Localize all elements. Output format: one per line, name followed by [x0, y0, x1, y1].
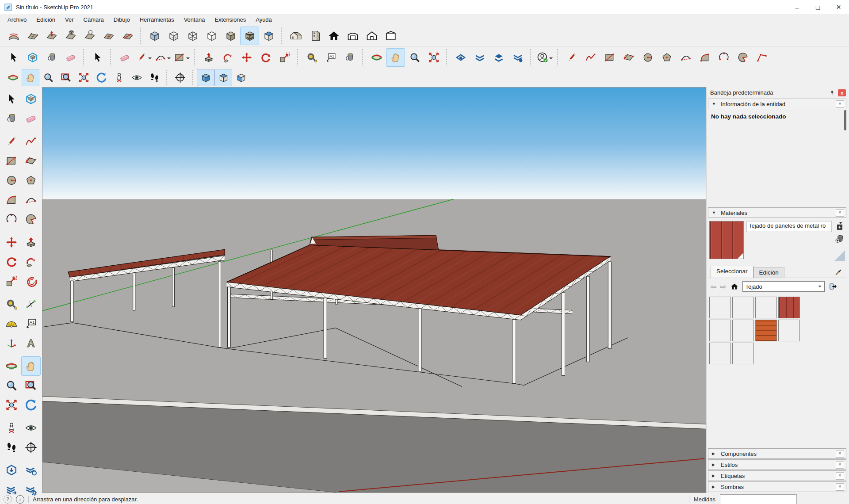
rotated-rectangle-button[interactable]: [21, 151, 41, 171]
section-close-button[interactable]: ×: [836, 100, 844, 108]
material-name-field[interactable]: Tejado de páneles de metal ro: [746, 221, 832, 232]
back-edges-button[interactable]: [164, 27, 183, 45]
section-display-button[interactable]: [470, 48, 489, 67]
house-3d-button[interactable]: [286, 27, 305, 45]
tab-seleccionar[interactable]: Seleccionar: [711, 266, 753, 278]
rotated-rectangle-button[interactable]: [619, 48, 638, 67]
eyedropper-icon[interactable]: [833, 268, 843, 278]
zoom-extents-button[interactable]: [2, 395, 21, 415]
zoom-button[interactable]: [2, 376, 21, 395]
collection-dropdown[interactable]: Tejado: [742, 281, 825, 292]
drape-button[interactable]: [80, 27, 99, 45]
section-close-button[interactable]: ×: [836, 209, 844, 217]
menu-item-dibujo[interactable]: Dibujo: [109, 15, 135, 24]
section-header-entity-info[interactable]: ▼ Información de la entidad ×: [708, 99, 846, 109]
flip-edge-button[interactable]: [118, 27, 137, 45]
hidden-line-button[interactable]: [202, 27, 221, 45]
look-around-button[interactable]: [128, 69, 145, 86]
home-button[interactable]: [730, 282, 739, 291]
zoom-previous-button[interactable]: [92, 69, 110, 86]
arc-button[interactable]: [21, 190, 41, 210]
ext-export-button[interactable]: [2, 480, 21, 500]
menu-item-extensiones[interactable]: Extensiones: [210, 15, 251, 24]
make-component-button[interactable]: [21, 89, 41, 109]
xray-button[interactable]: [145, 27, 164, 45]
material-swatch[interactable]: [732, 297, 754, 318]
stamp-button[interactable]: [61, 27, 80, 45]
section-header-materials[interactable]: ▼ Materiales ×: [708, 207, 846, 218]
close-button[interactable]: ×: [828, 0, 849, 14]
maximize-button[interactable]: □: [807, 0, 828, 14]
dropdown-arrow-icon[interactable]: [167, 57, 171, 61]
pushpull-button[interactable]: [21, 233, 41, 252]
eraser-button[interactable]: [61, 48, 80, 67]
smoove-button[interactable]: [42, 27, 61, 45]
pie-button[interactable]: [21, 210, 41, 229]
material-swatch[interactable]: [778, 297, 800, 318]
orbit-button[interactable]: [2, 356, 21, 376]
line-button[interactable]: [562, 48, 581, 67]
collapse-arrow-icon[interactable]: ▶: [712, 462, 716, 467]
active-material-thumbnail[interactable]: [709, 221, 744, 259]
paint-button[interactable]: [42, 48, 61, 67]
section-close-button[interactable]: ×: [836, 461, 844, 469]
paint-bucket-plus-icon[interactable]: [834, 233, 845, 244]
paint-button[interactable]: [2, 109, 21, 128]
three-point-arc-button[interactable]: [714, 48, 733, 67]
freehand-button[interactable]: [21, 132, 41, 151]
section-plane-button[interactable]: [451, 48, 470, 67]
pie-button[interactable]: [733, 48, 752, 67]
text-button[interactable]: A1: [321, 48, 340, 67]
protractor-button[interactable]: [2, 314, 21, 333]
arc-button[interactable]: [676, 48, 695, 67]
section-header-sombras[interactable]: ▶Sombras×: [708, 481, 846, 492]
paint-button[interactable]: [340, 48, 359, 67]
arc-button[interactable]: [153, 48, 172, 67]
material-swatch[interactable]: [709, 297, 731, 318]
front-view-button[interactable]: [232, 69, 250, 86]
circle-button[interactable]: [638, 48, 657, 67]
material-swatch[interactable]: [755, 297, 777, 318]
section-header-componentes[interactable]: ▶Componentes×: [708, 448, 846, 459]
house-outline-button[interactable]: [362, 27, 381, 45]
circle-button[interactable]: [2, 171, 21, 190]
tape-button[interactable]: [2, 294, 21, 314]
material-swatch[interactable]: [732, 320, 754, 341]
menu-item-archivo[interactable]: Archivo: [3, 15, 31, 24]
collapse-arrow-icon[interactable]: ▶: [712, 485, 716, 489]
menu-item-ver[interactable]: Ver: [60, 15, 79, 24]
polygon-button[interactable]: [21, 171, 41, 190]
collapse-arrow-icon[interactable]: ▶: [712, 451, 716, 456]
move-button[interactable]: [237, 48, 256, 67]
three-point-arc-button[interactable]: [2, 210, 21, 229]
orbit-button[interactable]: [4, 69, 22, 86]
material-swatch[interactable]: [755, 320, 777, 341]
move-button[interactable]: [2, 233, 21, 252]
two-point-arc-button[interactable]: [2, 190, 21, 210]
menu-item-ayuda[interactable]: Ayuda: [251, 15, 277, 24]
section-close-button[interactable]: ×: [836, 472, 844, 480]
user-check-button[interactable]: [535, 48, 554, 67]
dropdown-arrow-icon[interactable]: [186, 57, 190, 61]
pin-icon[interactable]: [829, 90, 835, 96]
freehand-button[interactable]: [581, 48, 600, 67]
scale-button[interactable]: [2, 271, 21, 291]
zoom-button[interactable]: [39, 69, 57, 86]
section-header-etiquetas[interactable]: ▶Etiquetas×: [708, 470, 846, 481]
compass-button[interactable]: C: [171, 69, 189, 86]
section-cuts-button[interactable]: [489, 48, 508, 67]
material-swatch[interactable]: [709, 343, 731, 364]
eraser-button[interactable]: [115, 48, 134, 67]
scale-button[interactable]: [275, 48, 294, 67]
rotate-button[interactable]: [256, 48, 275, 67]
walk-button[interactable]: [145, 69, 163, 86]
offset-button[interactable]: [21, 271, 41, 291]
walk-button[interactable]: [2, 438, 21, 457]
rectangle-button[interactable]: [172, 48, 191, 67]
text-button[interactable]: A1: [21, 314, 41, 333]
menu-item-herramientas[interactable]: Herramientas: [135, 15, 179, 24]
text-3d-button[interactable]: [21, 333, 41, 353]
measurements-input[interactable]: [720, 494, 797, 504]
followme-button[interactable]: [218, 48, 237, 67]
select-button[interactable]: [88, 48, 107, 67]
